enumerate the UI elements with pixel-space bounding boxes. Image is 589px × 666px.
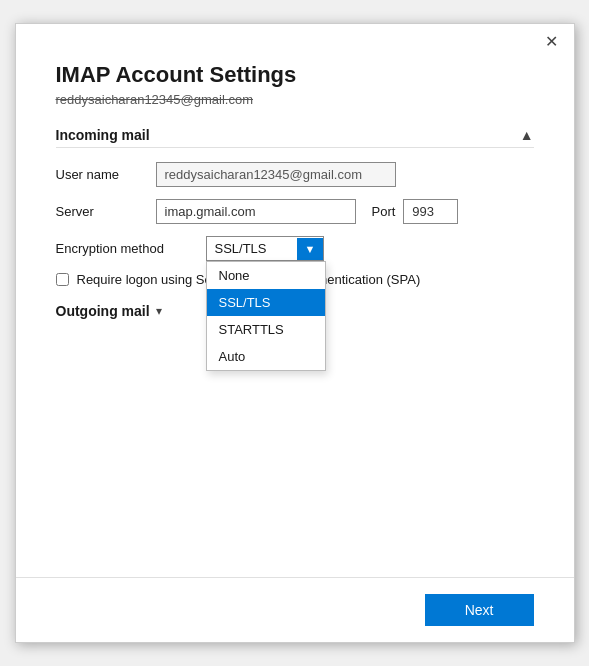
- outgoing-mail-toggle-icon: ▾: [156, 304, 162, 318]
- encryption-option-auto[interactable]: Auto: [207, 343, 325, 370]
- encryption-option-starttls[interactable]: STARTTLS: [207, 316, 325, 343]
- encryption-dropdown-arrow[interactable]: ▼: [297, 238, 324, 260]
- dialog-title: IMAP Account Settings: [56, 62, 534, 88]
- account-email: reddysaicharan12345@gmail.com: [56, 92, 534, 107]
- outgoing-mail-title: Outgoing mail: [56, 303, 150, 319]
- username-input[interactable]: [156, 162, 396, 187]
- encryption-value: SSL/TLS: [207, 237, 297, 260]
- server-port-row: Server Port: [56, 199, 534, 224]
- encryption-dropdown-menu: None SSL/TLS STARTTLS Auto: [206, 261, 326, 371]
- encryption-label: Encryption method: [56, 241, 206, 256]
- encryption-row: Encryption method SSL/TLS ▼ None SSL/TLS…: [56, 236, 534, 261]
- server-input[interactable]: [156, 199, 356, 224]
- title-bar: ✕: [16, 24, 574, 52]
- imap-account-settings-dialog: ✕ IMAP Account Settings reddysaicharan12…: [15, 23, 575, 643]
- incoming-mail-toggle-icon[interactable]: ▲: [520, 127, 534, 143]
- close-button[interactable]: ✕: [541, 32, 562, 52]
- encryption-option-none[interactable]: None: [207, 262, 325, 289]
- dialog-content: IMAP Account Settings reddysaicharan1234…: [16, 52, 574, 577]
- encryption-display[interactable]: SSL/TLS ▼: [206, 236, 325, 261]
- username-row: User name: [56, 162, 534, 187]
- incoming-mail-title: Incoming mail: [56, 127, 150, 143]
- port-input[interactable]: [403, 199, 458, 224]
- spa-checkbox[interactable]: [56, 273, 69, 286]
- username-label: User name: [56, 167, 156, 182]
- server-label: Server: [56, 204, 156, 219]
- port-label: Port: [372, 204, 396, 219]
- encryption-option-ssltls[interactable]: SSL/TLS: [207, 289, 325, 316]
- incoming-mail-section-header: Incoming mail ▲: [56, 127, 534, 148]
- encryption-select-wrapper[interactable]: SSL/TLS ▼ None SSL/TLS STARTTLS Auto: [206, 236, 325, 261]
- dialog-footer: Next: [16, 577, 574, 642]
- next-button[interactable]: Next: [425, 594, 534, 626]
